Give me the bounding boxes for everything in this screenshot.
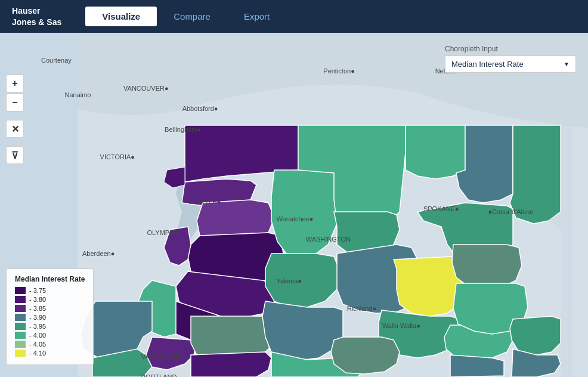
legend-title: Median Interest Rate: [15, 275, 85, 283]
legend-color-swatch: [15, 314, 26, 321]
legend-color-swatch: [15, 287, 26, 294]
zoom-out-button[interactable]: −: [6, 94, 24, 112]
legend-item: - 3.80: [15, 296, 85, 303]
legend-item-label: - 4.10: [29, 350, 46, 357]
legend-item-label: - 4.05: [29, 341, 46, 348]
choropleth-label: Choropleth Input: [445, 45, 576, 53]
legend-color-swatch: [15, 305, 26, 312]
legend-items: - 3.75- 3.80- 3.85- 3.90- 3.95- 4.00- 4.…: [15, 287, 85, 357]
legend-item: - 3.90: [15, 314, 85, 321]
legend: Median Interest Rate - 3.75- 3.80- 3.85-…: [6, 268, 94, 365]
legend-item: - 4.05: [15, 341, 85, 348]
map-container: Courtenay Nanaimo VANCOUVER● Abbotsford●…: [0, 33, 588, 377]
tab-compare[interactable]: Compare: [157, 7, 227, 26]
legend-item-label: - 3.80: [29, 296, 46, 303]
zoom-in-button[interactable]: +: [6, 75, 24, 92]
nav-tabs: Visualize Compare Export: [85, 7, 286, 26]
map-controls: + − ✕ ⊽: [6, 75, 24, 164]
legend-item-label: - 3.90: [29, 314, 46, 321]
reset-button[interactable]: ✕: [6, 120, 24, 138]
legend-item: - 4.00: [15, 332, 85, 339]
logo: Hauser Jones & Sas: [12, 5, 61, 27]
legend-item: - 3.85: [15, 305, 85, 312]
choropleth-arrow-icon: ▼: [564, 61, 570, 67]
tab-visualize[interactable]: Visualize: [85, 7, 157, 26]
legend-color-swatch: [15, 350, 26, 357]
legend-color-swatch: [15, 332, 26, 339]
legend-item-label: - 3.95: [29, 323, 46, 330]
legend-item-label: - 3.75: [29, 287, 46, 294]
legend-item: - 3.95: [15, 323, 85, 330]
legend-item-label: - 4.00: [29, 332, 46, 339]
choropleth-selected-value: Median Interest Rate: [451, 60, 524, 69]
filter-button[interactable]: ⊽: [6, 146, 24, 164]
header: Hauser Jones & Sas Visualize Compare Exp…: [0, 0, 588, 33]
legend-item-label: - 3.85: [29, 305, 46, 312]
choropleth-panel: Choropleth Input Median Interest Rate ▼: [445, 45, 576, 73]
legend-color-swatch: [15, 341, 26, 348]
legend-item: - 4.10: [15, 350, 85, 357]
legend-item: - 3.75: [15, 287, 85, 294]
legend-color-swatch: [15, 296, 26, 303]
tab-export[interactable]: Export: [227, 7, 286, 26]
legend-color-swatch: [15, 323, 26, 330]
choropleth-dropdown[interactable]: Median Interest Rate ▼: [445, 55, 576, 73]
